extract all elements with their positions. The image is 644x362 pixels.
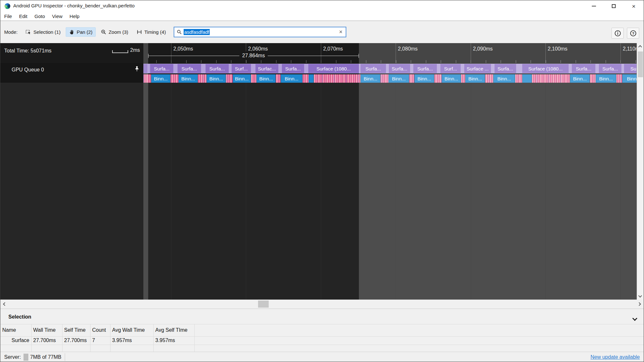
binning-slice[interactable] — [309, 74, 314, 83]
minor-tick — [216, 60, 216, 63]
pin-icon[interactable] — [134, 66, 140, 72]
scroll-down-icon[interactable] — [638, 294, 642, 297]
surface-slice[interactable]: Surfac... — [255, 64, 278, 73]
minor-tick — [201, 60, 201, 63]
maximize-icon — [612, 4, 616, 8]
minor-tick — [441, 60, 441, 63]
surface-slice[interactable]: Surface (1080... — [308, 64, 359, 73]
binning-slice[interactable]: Binn... — [389, 74, 409, 83]
mode-button-selection[interactable]: Selection (1) — [22, 27, 64, 37]
info-button[interactable] — [611, 28, 624, 39]
content-gridline — [171, 83, 171, 300]
surface-slice[interactable]: Surfa... — [206, 64, 229, 73]
binning-slice[interactable]: Binn... — [233, 74, 251, 83]
binning-slice[interactable]: Binn... — [207, 74, 226, 83]
binning-slice[interactable]: Binn... — [596, 74, 616, 83]
horizontal-scrollbar-thumb[interactable] — [258, 301, 269, 308]
clear-search-icon[interactable]: × — [339, 29, 342, 35]
surface-slice[interactable]: Surfa... — [282, 64, 304, 73]
track-name-label: GPU Queue 0 — [12, 67, 44, 73]
minor-tick — [501, 60, 501, 63]
menu-item-view[interactable]: View — [52, 14, 62, 19]
minimize-button[interactable] — [584, 0, 604, 12]
app-icon — [5, 3, 10, 9]
minor-tick — [246, 60, 246, 63]
surface-slice[interactable]: Surfa... — [413, 64, 437, 73]
binning-slice[interactable] — [522, 74, 532, 83]
minor-tick — [620, 60, 621, 63]
minor-tick — [261, 60, 261, 63]
surface-slice[interactable]: Surf... — [232, 64, 251, 73]
mode-button-label: Pan (2) — [77, 29, 92, 35]
menu-item-goto[interactable]: Goto — [34, 14, 45, 19]
minor-tick — [591, 60, 591, 63]
surface-slice[interactable]: Surfa... — [572, 64, 595, 73]
binning-slice[interactable]: Binn... — [570, 74, 590, 83]
binning-slice[interactable]: Binn... — [442, 74, 461, 83]
scroll-up-icon[interactable] — [638, 45, 642, 49]
mode-button-pan[interactable]: Pan (2) — [66, 27, 96, 37]
track-header[interactable]: GPU Queue 0 — [0, 63, 143, 83]
mode-button-timing[interactable]: Timing (4) — [133, 27, 169, 37]
ruler-tick-label: 2,100ms — [548, 46, 567, 52]
svg-text:?: ? — [632, 31, 634, 35]
zoom-icon — [101, 29, 106, 35]
binning-slice[interactable]: Binn... — [256, 74, 276, 83]
surface-slice[interactable]: Surfa... — [150, 64, 173, 73]
surface-slice[interactable]: Surfa... — [495, 64, 516, 73]
surface-slice[interactable]: Surfa... — [599, 64, 621, 73]
binning-slice[interactable]: Binn... — [151, 74, 170, 83]
surface-slice[interactable]: Surface (1080... — [522, 64, 569, 73]
timeline-canvas[interactable]: 2,050ms2,060ms2,070ms2,080ms2,090ms2,100… — [143, 43, 644, 300]
search-input[interactable]: asdfasdfadf — [184, 29, 210, 35]
vertical-scrollbar-thumb[interactable] — [638, 51, 643, 77]
minor-tick — [531, 60, 531, 63]
menubar: FileEditGotoViewHelp — [0, 12, 644, 21]
row-separator — [0, 345, 644, 345]
binning-slice[interactable]: Binn... — [493, 74, 515, 83]
ruler-tick-label: 2,090ms — [473, 46, 493, 52]
selection-panel-title: Selection — [8, 314, 31, 320]
maximize-button[interactable] — [604, 0, 624, 12]
table-cell: 3.957ms — [155, 338, 175, 343]
binning-slice[interactable]: Binn... — [414, 74, 434, 83]
menu-item-edit[interactable]: Edit — [19, 14, 27, 19]
gpu-queue-track: Surfa...Surfa...Surfa...Surf...Surfac...… — [143, 63, 644, 83]
window-title: Android GPU Inspector - chonky_bender_vu… — [13, 3, 135, 8]
search-box[interactable]: asdfasdfadf × — [174, 27, 346, 37]
surface-slice[interactable]: Surfa... — [389, 64, 410, 73]
close-button[interactable]: × — [624, 0, 644, 12]
binning-slice[interactable]: Binn... — [360, 74, 380, 83]
ruler[interactable]: 2,050ms2,060ms2,070ms2,080ms2,090ms2,100… — [143, 43, 644, 63]
surface-slice[interactable]: Surface ... — [464, 64, 491, 73]
surface-slice[interactable] — [143, 64, 148, 73]
column-separator — [194, 324, 195, 352]
timeline-content — [143, 83, 644, 300]
scroll-left-icon[interactable] — [3, 302, 6, 306]
ruler-tick-label: 2,050ms — [173, 46, 193, 52]
mode-label: Mode: — [4, 29, 18, 35]
scale-label: 2ms — [130, 47, 140, 53]
surface-slice[interactable]: Surfa... — [360, 64, 386, 73]
vertical-scrollbar[interactable] — [637, 43, 644, 300]
binning-slice[interactable]: Binn... — [465, 74, 485, 83]
scroll-right-icon[interactable] — [637, 302, 641, 306]
surface-slice[interactable]: Surf... — [440, 64, 461, 73]
measurement-cap — [359, 54, 359, 58]
window-controls: × — [584, 0, 644, 12]
collapse-panel-icon[interactable] — [632, 316, 638, 321]
column-separator — [31, 324, 32, 352]
minor-tick — [576, 60, 576, 63]
help-button[interactable]: ? — [627, 28, 639, 39]
mode-buttons: Selection (1)Pan (2)Zoom (3)Timing (4) — [22, 27, 169, 37]
update-link[interactable]: New update available — [591, 354, 640, 360]
mode-button-zoom[interactable]: Zoom (3) — [98, 27, 131, 37]
binning-slice[interactable]: Binn... — [178, 74, 198, 83]
menu-item-file[interactable]: File — [4, 14, 12, 19]
horizontal-scrollbar[interactable] — [0, 300, 644, 309]
binning-slice[interactable]: Binn... — [281, 74, 303, 83]
menu-item-help[interactable]: Help — [70, 14, 80, 19]
titlebar: Android GPU Inspector - chonky_bender_vu… — [0, 0, 644, 12]
selection-table: NameWall TimeSelf TimeCountAvg Wall Time… — [0, 324, 644, 352]
surface-slice[interactable]: Surfa... — [178, 64, 201, 73]
